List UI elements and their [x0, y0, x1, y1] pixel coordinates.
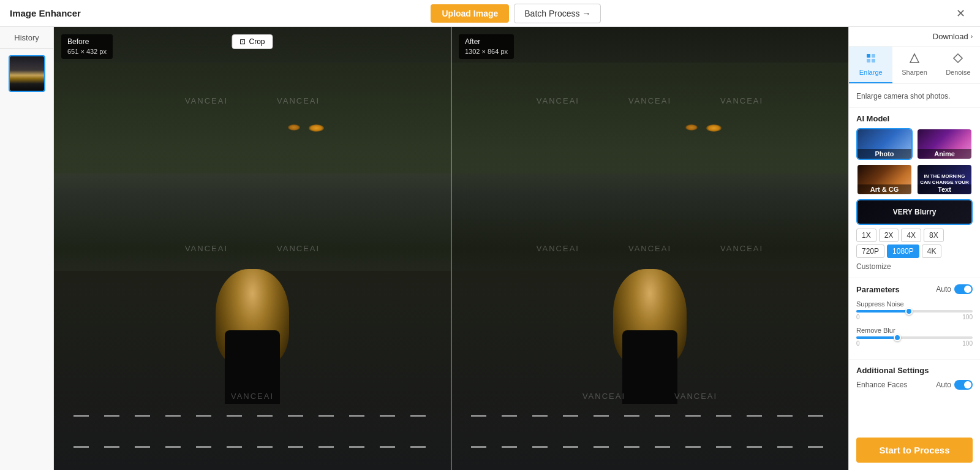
- after-image-scene: VANCEAIVANCEAIVANCEAI VANCEAIVANCEAIVANC…: [451, 27, 848, 470]
- model-grid: Photo Anime Art & CG IN THE MORNINGCAN C…: [856, 128, 973, 195]
- model-anime[interactable]: Anime: [916, 128, 973, 160]
- parameters-section: Parameters Auto Suppress Noise: [849, 278, 980, 360]
- text-label: Text: [918, 184, 971, 194]
- res-4k[interactable]: 4K: [922, 244, 942, 258]
- remove-blur-fill: [856, 336, 897, 339]
- title-bar: Image Enhancer Upload Image Batch Proces…: [0, 0, 980, 27]
- model-photo[interactable]: Photo: [856, 128, 913, 160]
- parameters-label: Parameters: [856, 285, 900, 294]
- enhance-faces-row: Enhance Faces Auto: [856, 380, 973, 390]
- svg-rect-1: [872, 54, 875, 58]
- scale-4x[interactable]: 4X: [901, 229, 921, 242]
- tab-sharpen[interactable]: Sharpen: [892, 47, 936, 83]
- thumbnail-image: [10, 56, 44, 91]
- suppress-noise-range: 0 100: [856, 314, 973, 320]
- customize-link[interactable]: Customize: [856, 262, 891, 271]
- enlarge-icon: [865, 53, 876, 66]
- enlarge-desc-section: Enlarge camera shot photos.: [849, 84, 980, 108]
- right-panel: Download › Enlarge: [848, 27, 980, 470]
- suppress-noise-fill: [856, 310, 909, 313]
- center-content: Before 651 × 432 px ⊡ Crop: [54, 27, 848, 470]
- auto-toggle: Auto: [936, 284, 973, 294]
- download-bar: Download ›: [849, 27, 980, 47]
- tab-enlarge[interactable]: Enlarge: [849, 47, 892, 83]
- model-artcg[interactable]: Art & CG: [856, 164, 913, 195]
- before-image-scene: VANCEAIVANCEAI VANCEAIVANCEAI VANCEAI: [54, 27, 451, 470]
- after-dimensions: 1302 × 864 px: [465, 47, 508, 56]
- sidebar: History: [0, 27, 54, 470]
- remove-blur-thumb: [894, 334, 901, 341]
- remove-blur-group: Remove Blur 0 100: [856, 327, 973, 347]
- crop-button[interactable]: ⊡ Crop: [232, 34, 273, 49]
- crop-icon: ⊡: [239, 37, 246, 46]
- params-header: Parameters Auto: [856, 284, 973, 294]
- very-blurry-label: VERY Blurry: [858, 200, 971, 224]
- photo-label: Photo: [858, 149, 911, 159]
- image-area: Before 651 × 432 px ⊡ Crop: [54, 27, 848, 470]
- scale-8x[interactable]: 8X: [924, 229, 944, 242]
- svg-marker-4: [910, 54, 919, 63]
- anime-label: Anime: [918, 149, 971, 159]
- resolution-row: 720P 1080P 4K: [856, 244, 973, 258]
- enhance-faces-toggle[interactable]: [954, 380, 973, 390]
- history-thumbnail[interactable]: [9, 55, 45, 92]
- svg-marker-5: [954, 54, 962, 63]
- scale-1x[interactable]: 1X: [856, 229, 876, 242]
- download-link[interactable]: Download ›: [933, 32, 973, 41]
- app-title: Image Enhancer: [10, 8, 81, 18]
- svg-rect-3: [872, 59, 875, 63]
- suppress-noise-label-row: Suppress Noise: [856, 300, 973, 308]
- start-process-button[interactable]: Start to Process: [856, 438, 973, 463]
- enlarge-description: Enlarge camera shot photos.: [856, 92, 950, 100]
- additional-settings-section: Additional Settings Enhance Faces Auto: [849, 360, 980, 396]
- ai-model-section: AI Model Photo Anime Art & CG: [849, 108, 980, 278]
- process-btn-area: Start to Process: [849, 430, 980, 470]
- ai-model-label: AI Model: [856, 114, 973, 123]
- enhance-faces-label: Enhance Faces: [856, 381, 907, 389]
- before-label: Before 651 × 432 px: [61, 34, 113, 59]
- toggle-knob: [964, 286, 971, 293]
- close-button[interactable]: ✕: [951, 4, 970, 23]
- svg-rect-0: [867, 54, 870, 58]
- model-text[interactable]: IN THE MORNINGCAN CHANGE YOUR Text: [916, 164, 973, 195]
- sharpen-icon: [909, 53, 920, 66]
- res-720p[interactable]: 720P: [856, 244, 884, 258]
- scale-row: 1X 2X 4X 8X: [856, 229, 973, 242]
- scale-2x[interactable]: 2X: [879, 229, 899, 242]
- remove-blur-label-row: Remove Blur: [856, 327, 973, 334]
- remove-blur-range: 0 100: [856, 340, 973, 347]
- suppress-noise-track[interactable]: [856, 310, 973, 313]
- download-chevron: ›: [971, 33, 973, 40]
- after-pane: After 1302 × 864 px: [451, 27, 848, 470]
- upload-button[interactable]: Upload Image: [431, 4, 509, 23]
- additional-settings-label: Additional Settings: [856, 366, 973, 375]
- title-bar-left: Image Enhancer: [10, 8, 81, 18]
- suppress-noise-group: Suppress Noise 0 100: [856, 300, 973, 320]
- res-1080p[interactable]: 1080P: [887, 244, 919, 258]
- svg-rect-2: [867, 59, 870, 63]
- suppress-noise-thumb: [905, 308, 913, 315]
- history-label: History: [0, 27, 53, 49]
- enhance-faces-toggle-group: Auto: [936, 380, 973, 390]
- artcg-label: Art & CG: [858, 184, 911, 194]
- enhance-faces-knob: [964, 381, 971, 389]
- tool-tabs: Enlarge Sharpen Denoise: [849, 47, 980, 84]
- title-bar-center: Upload Image Batch Process →: [431, 4, 601, 23]
- batch-process-button[interactable]: Batch Process →: [514, 4, 601, 23]
- tab-denoise[interactable]: Denoise: [937, 47, 980, 83]
- params-toggle[interactable]: [954, 284, 973, 294]
- remove-blur-track[interactable]: [856, 336, 973, 339]
- before-dimensions: 651 × 432 px: [67, 47, 107, 56]
- model-very-blurry[interactable]: VERY Blurry: [856, 199, 973, 225]
- denoise-icon: [952, 53, 963, 66]
- after-label: After 1302 × 864 px: [459, 34, 514, 59]
- before-pane: Before 651 × 432 px ⊡ Crop: [54, 27, 451, 470]
- main-layout: History Before 651 × 432 px ⊡ Crop: [0, 27, 980, 470]
